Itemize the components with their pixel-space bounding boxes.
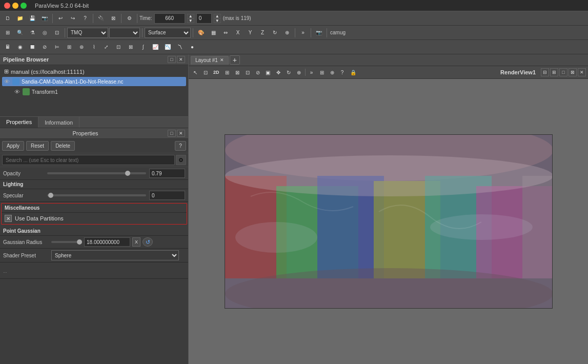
layout-tab-1[interactable]: Layout #1 ✕ [191,56,229,65]
rt-clip-btn[interactable]: ⊘ [253,67,262,77]
tab-properties[interactable]: Properties [0,117,38,128]
rt-rotate-btn[interactable]: ↻ [284,67,293,77]
calculator-button[interactable]: 🖩 [2,42,13,53]
zoom-in-button[interactable]: 🔍 [14,27,26,38]
time-value[interactable] [196,13,212,24]
extract-button[interactable]: ⊠ [125,42,136,53]
gaussian-radius-value[interactable] [84,237,130,247]
open-button[interactable]: 📁 [14,13,26,24]
time-down-button[interactable]: ▼ [187,18,194,23]
plot2-button[interactable]: 📉 [162,42,173,53]
help-props-button[interactable]: ? [175,141,186,151]
contour-button[interactable]: ◉ [14,42,26,53]
rt-region-btn[interactable]: ▣ [263,67,273,77]
minimize-button[interactable] [12,3,18,9]
color-map-button[interactable]: 🎨 [195,27,207,38]
settings-button[interactable]: ⚙ [124,13,135,24]
search-gear-button[interactable]: ⚙ [176,155,186,165]
maximize-button[interactable] [21,3,27,9]
rv-close-btn[interactable]: ✕ [578,68,586,76]
sphere-button[interactable]: ● [187,42,198,53]
opacity-value[interactable] [149,169,185,178]
time-up-button[interactable]: ▲ [187,14,194,18]
search-input[interactable] [2,155,175,165]
opacity-slider-track[interactable] [47,172,146,174]
tab-information[interactable]: Information [38,117,79,128]
variable-select[interactable] [109,28,140,38]
rescale-button[interactable]: ⇔ [220,27,231,38]
rv-split-v-btn[interactable]: ⊞ [550,68,558,76]
opacity-slider-thumb[interactable] [125,171,130,176]
render-area[interactable] [189,79,588,364]
gaussian-radius-slider[interactable] [51,241,82,243]
rt-help-btn[interactable]: ? [338,67,347,77]
streamline-button[interactable]: ⌇ [88,42,99,53]
specular-slider-track[interactable] [47,194,146,196]
more-button[interactable]: » [297,27,309,38]
rotate-button[interactable]: ↻ [269,27,280,38]
use-data-partitions-checkbox[interactable]: ✕ [5,215,12,222]
properties-close-btn[interactable]: ✕ [177,130,185,137]
axis-x-button[interactable]: X [232,27,244,38]
tree-data-item[interactable]: 👁 Sandia-CAM-Data-Alan1-Do-Not-Release.n… [2,77,186,86]
rt-pan-btn[interactable]: ✥ [274,67,283,77]
time-display[interactable] [154,13,185,24]
rv-expand-btn[interactable]: ⊠ [569,68,577,76]
tree-transform-item[interactable]: 👁 Transform1 [12,87,186,96]
specular-slider-thumb[interactable] [48,193,53,198]
warp-button[interactable]: ⤢ [100,42,112,53]
color-legend-button[interactable]: ▦ [208,27,219,38]
time-val-down[interactable]: ▼ [214,18,221,23]
rt-zoom-btn[interactable]: ⊡ [243,67,252,77]
glyph-button[interactable]: ⊛ [76,42,87,53]
disconnect-button[interactable]: ⊠ [108,13,119,24]
eye-icon[interactable]: 👁 [4,78,10,85]
tree-server-item[interactable]: ⊞ manual (cs://localhost:11111) [2,67,186,76]
representation-select[interactable]: Surface Wireframe Points [145,28,191,38]
plot3-button[interactable]: 〽 [174,42,186,53]
filters-button[interactable]: ⚗ [27,27,38,38]
camera-button[interactable]: 📷 [313,27,325,38]
clip-button[interactable]: 🔲 [27,42,38,53]
rt-lock-btn[interactable]: 🔒 [348,67,358,77]
rt-2d-btn[interactable]: 2D [211,67,221,77]
rv-maximize-btn[interactable]: □ [559,68,567,76]
layout-tab-close[interactable]: ✕ [220,57,224,63]
help-button[interactable]: ? [79,13,91,24]
integrate-button[interactable]: ∫ [137,42,149,53]
gaussian-radius-thumb[interactable] [77,239,82,245]
save-button[interactable]: 💾 [27,13,38,24]
plot1-button[interactable]: 📈 [150,42,161,53]
shader-preset-select[interactable]: Sphere Gaussian BlackEdgedCircle [51,250,179,260]
rt-pick-btn[interactable]: ⊕ [294,67,303,77]
axis-z-button[interactable]: Z [257,27,268,38]
rt-reset-btn[interactable]: ⊠ [233,67,242,77]
layout-add-button[interactable]: + [230,55,240,65]
connect-button[interactable]: 🔌 [95,13,107,24]
threshold-button[interactable]: ⊨ [51,42,63,53]
rt-more-btn[interactable]: » [307,67,316,77]
slice-button[interactable]: ⊘ [39,42,50,53]
gaussian-refresh-button[interactable]: ↺ [143,237,153,247]
eye-icon-2[interactable]: 👁 [14,89,21,95]
new-button[interactable]: 🗋 [2,13,13,24]
pipeline-select[interactable]: TMQ [67,28,108,38]
macros-button[interactable]: ⊡ [51,27,63,38]
pipeline-close-button[interactable]: ✕ [177,56,185,63]
rt-center-btn[interactable]: ⊕ [328,67,337,77]
undo-button[interactable]: ↩ [55,13,66,24]
pipeline-expand-button[interactable]: □ [168,56,176,63]
rt-select2-btn[interactable]: ⊡ [201,67,210,77]
rt-axes-btn[interactable]: ⊞ [317,67,327,77]
delete-button[interactable]: Delete [51,141,75,151]
redo-button[interactable]: ↪ [67,13,78,24]
specular-value[interactable] [149,191,185,200]
rt-orient-btn[interactable]: ⊞ [222,67,232,77]
axis-y-button[interactable]: Y [245,27,256,38]
interaction-button[interactable]: ⊕ [281,27,293,38]
reset-button[interactable]: Reset [26,141,49,151]
rt-select-btn[interactable]: ↖ [191,67,200,77]
screenshot-button[interactable]: 📷 [39,13,50,24]
close-button[interactable] [4,3,10,9]
reset-view-button[interactable]: ⊞ [2,27,13,38]
